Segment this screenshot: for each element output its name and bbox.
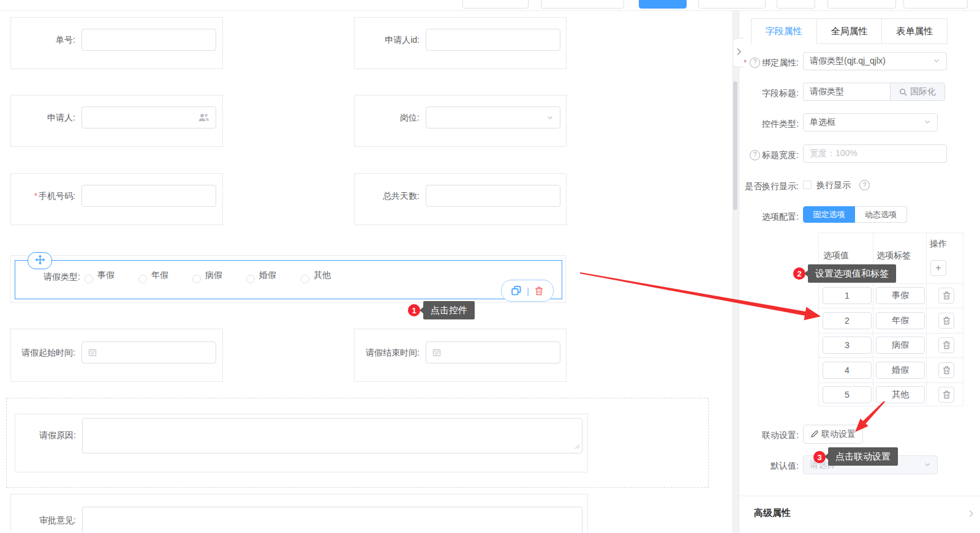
help-icon[interactable]: ? [750, 150, 760, 160]
tab-global-properties[interactable]: 全局属性 [816, 18, 883, 44]
danhao-input[interactable] [81, 29, 216, 51]
toolbar-button[interactable] [541, 0, 624, 9]
delete-control-icon[interactable] [535, 286, 543, 296]
field-container-qsj[interactable]: 请假起始时间: [10, 329, 223, 382]
option-value-input[interactable]: 3 [823, 337, 872, 354]
radio-hunjia[interactable] [246, 275, 255, 283]
default-value-label: 默认值: [739, 460, 799, 472]
field-label: 请假原因: [15, 429, 76, 441]
copy-icon[interactable] [511, 286, 521, 296]
shouji-input[interactable] [81, 185, 216, 207]
field-label: *手机号码: [11, 190, 75, 202]
chevron-right-icon [968, 510, 974, 520]
option-label-input[interactable]: 事假 [876, 287, 925, 304]
field-container-jsj[interactable]: 请假结束时间: [354, 329, 567, 382]
radio-qita[interactable] [301, 275, 309, 283]
linkage-label: 联动设置: [739, 429, 799, 441]
toolbar-button[interactable] [827, 0, 896, 9]
toolbar-button[interactable] [698, 0, 766, 9]
title-width-label: ? 标题宽度: [739, 149, 799, 161]
shenpi-textarea[interactable] [82, 507, 582, 533]
radio-bingjia[interactable] [192, 275, 201, 283]
field-title-label: 字段标题: [739, 87, 799, 99]
end-date-input[interactable] [426, 341, 560, 363]
fixed-options-toggle[interactable]: 固定选项 [803, 206, 855, 223]
option-value-input[interactable]: 4 [823, 362, 872, 379]
field-container-sqr[interactable]: 申请人: [10, 95, 223, 147]
chevron-down-icon [924, 117, 931, 127]
move-icon [35, 255, 45, 267]
step-tooltip-3: 点击联动设置 [828, 447, 898, 466]
option-value-input[interactable]: 2 [823, 312, 872, 329]
field-title-input[interactable]: 请假类型 [803, 83, 891, 101]
control-type-label: 控件类型: [739, 117, 799, 130]
delete-option-button[interactable] [938, 387, 954, 403]
option-label-input[interactable]: 其他 [876, 386, 925, 403]
collapse-panel-tab[interactable] [733, 38, 744, 67]
start-date-input[interactable] [81, 341, 216, 363]
radio-label: 婚假 [259, 269, 276, 281]
linkage-settings-button[interactable]: 联动设置 [803, 425, 863, 444]
panel-scrollbar[interactable] [733, 81, 737, 210]
option-label-input[interactable]: 婚假 [876, 362, 925, 379]
table-divider [873, 233, 873, 406]
table-divider [819, 357, 963, 358]
field-label: 总共天数: [355, 190, 420, 202]
chevron-down-icon [546, 114, 554, 121]
sqr-id-input[interactable] [426, 29, 560, 51]
toolbar-primary-button[interactable] [639, 0, 687, 9]
calendar-icon [432, 348, 441, 357]
toolbar-button[interactable] [903, 0, 968, 9]
chevron-down-icon [924, 460, 931, 470]
tianshu-input[interactable] [426, 185, 560, 207]
sqr-input[interactable] [81, 106, 216, 129]
col-header-action: 操作 [930, 237, 947, 250]
actions-divider: | [527, 286, 529, 296]
resize-handle[interactable] [575, 441, 580, 451]
tab-form-properties[interactable]: 表单属性 [881, 18, 948, 44]
delete-option-button[interactable] [938, 313, 954, 329]
advanced-properties-header[interactable]: 高级属性 [754, 507, 791, 519]
i18n-button[interactable]: 国际化 [890, 83, 945, 101]
delete-option-button[interactable] [938, 337, 954, 353]
bind-property-select[interactable]: 请假类型(qjt.qj_qjlx) [803, 52, 947, 70]
option-value-input[interactable]: 5 [823, 386, 872, 403]
radio-shijia[interactable] [85, 275, 93, 283]
title-width-input[interactable]: 宽度：100% [803, 144, 947, 163]
wrap-display-checkbox[interactable] [803, 181, 812, 189]
control-type-select[interactable]: 单选框 [803, 113, 938, 132]
tab-field-properties[interactable]: 字段属性 [751, 18, 817, 44]
help-icon[interactable]: ? [859, 180, 870, 190]
edit-icon [810, 430, 818, 438]
field-label: 审批意见: [11, 514, 76, 526]
gangwei-select[interactable] [426, 106, 560, 129]
field-container-gangwei[interactable]: 岗位: [354, 95, 567, 147]
field-container-sqr-id[interactable]: 申请人id: [354, 17, 567, 69]
field-container-danhao[interactable]: 单号: [10, 17, 223, 69]
drag-handle[interactable] [28, 252, 52, 269]
section-divider [739, 496, 980, 496]
field-label: 请假结束时间: [355, 346, 420, 359]
field-container-shenpi[interactable]: 审批意见: [10, 494, 588, 533]
delete-option-button[interactable] [938, 288, 954, 304]
option-value-input[interactable]: 1 [823, 287, 872, 304]
help-icon[interactable]: ? [750, 58, 760, 68]
add-option-button[interactable]: + [930, 260, 946, 276]
toolbar-button[interactable] [462, 0, 529, 9]
yuanyin-textarea[interactable] [82, 418, 582, 453]
option-label-input[interactable]: 年假 [876, 312, 925, 329]
option-label-input[interactable]: 病假 [876, 337, 925, 354]
field-container-shouji[interactable]: *手机号码: [10, 173, 223, 225]
radio-nianjia[interactable] [138, 275, 147, 283]
toolbar-button[interactable] [777, 0, 815, 9]
leave-type-selected-control[interactable]: 请假类型: 事假 年假 病假 婚假 其他 [15, 260, 562, 299]
field-container-yuanyin[interactable]: 请假原因: [15, 414, 588, 472]
dynamic-options-toggle[interactable]: 动态选项 [855, 206, 907, 223]
calendar-icon [88, 348, 97, 357]
table-divider [819, 333, 963, 334]
step-badge-2: 2 [793, 267, 805, 280]
delete-option-button[interactable] [938, 362, 954, 378]
search-icon [899, 88, 907, 96]
chevron-down-icon [933, 56, 940, 66]
field-container-tianshu[interactable]: 总共天数: [354, 173, 567, 225]
